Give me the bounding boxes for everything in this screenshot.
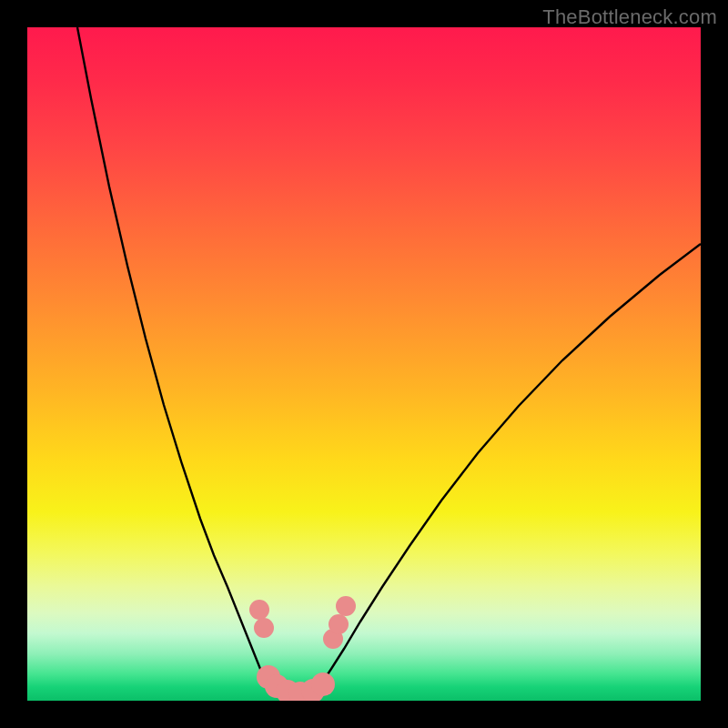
watermark-text: TheBottleneck.com [542,5,717,29]
right-curve [309,244,701,697]
marker-dot [311,672,335,696]
marker-dot [249,600,269,620]
marker-dot [336,596,356,616]
plot-area [27,27,701,701]
chart-frame: TheBottleneck.com [0,0,728,728]
curve-overlay [27,27,701,701]
marker-dot [254,618,274,638]
marker-group [249,596,356,701]
marker-dot [329,614,349,634]
curve-group [77,27,701,697]
left-curve [77,27,282,697]
